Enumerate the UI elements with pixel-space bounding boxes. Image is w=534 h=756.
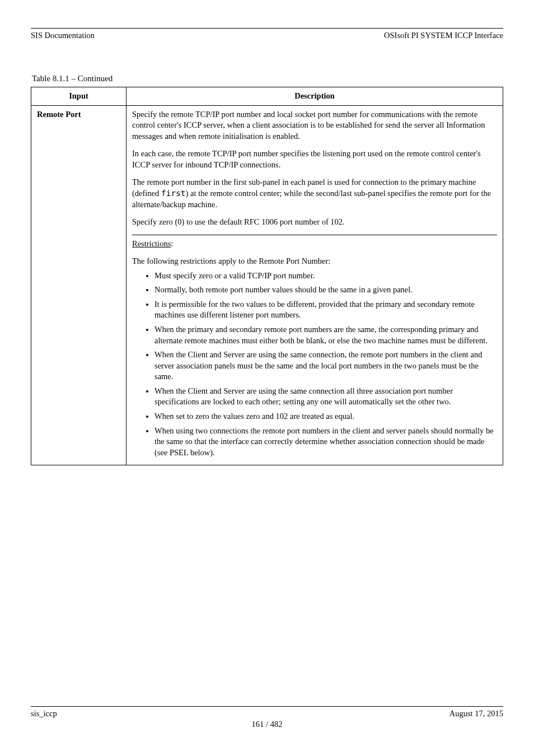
list-item: It is permissible for the two values to … (154, 299, 497, 321)
first-literal: first (161, 189, 186, 198)
table-caption: Table 8.1.1 – Continued (32, 74, 503, 83)
list-item: When set to zero the values zero and 102… (154, 411, 497, 422)
desc-p3: The remote port number in the first sub-… (132, 177, 497, 210)
desc-p2: In each case, the remote TCP/IP port num… (132, 148, 497, 170)
list-item: When the Client and Server are using the… (154, 349, 497, 382)
col-header-input: Input (31, 87, 127, 106)
input-name: Remote Port (31, 105, 127, 465)
page-footer: sis_iccp August 17, 2015 161 / 482 (31, 706, 503, 729)
list-item: When using two connections the remote po… (154, 426, 497, 459)
input-description: Specify the remote TCP/IP port number an… (127, 105, 503, 465)
desc-p1: Specify the remote TCP/IP port number an… (132, 109, 497, 142)
restrictions-heading: Restrictions: (132, 239, 497, 250)
page-number: 161 / 482 (31, 720, 503, 729)
header-right: OSIsoft PI SYSTEM ICCP Interface (384, 31, 503, 40)
list-item: When the Client and Server are using the… (154, 386, 497, 408)
footer-right: August 17, 2015 (449, 709, 503, 718)
footer-left: sis_iccp (31, 709, 57, 718)
list-item: Must specify zero or a valid TCP/IP port… (154, 270, 497, 282)
col-header-description: Description (127, 87, 503, 106)
section-divider (132, 235, 497, 235)
restrictions-list: Must specify zero or a valid TCP/IP port… (154, 270, 497, 458)
header-left: SIS Documentation (31, 31, 95, 40)
list-item: Normally, both remote port number values… (154, 284, 497, 296)
desc-p4: Specify zero (0) to use the default RFC … (132, 217, 497, 228)
list-item: When the primary and secondary remote po… (154, 324, 497, 346)
config-table: Input Description Remote Port Specify th… (31, 87, 503, 465)
restrictions-intro: The following restrictions apply to the … (132, 256, 497, 267)
